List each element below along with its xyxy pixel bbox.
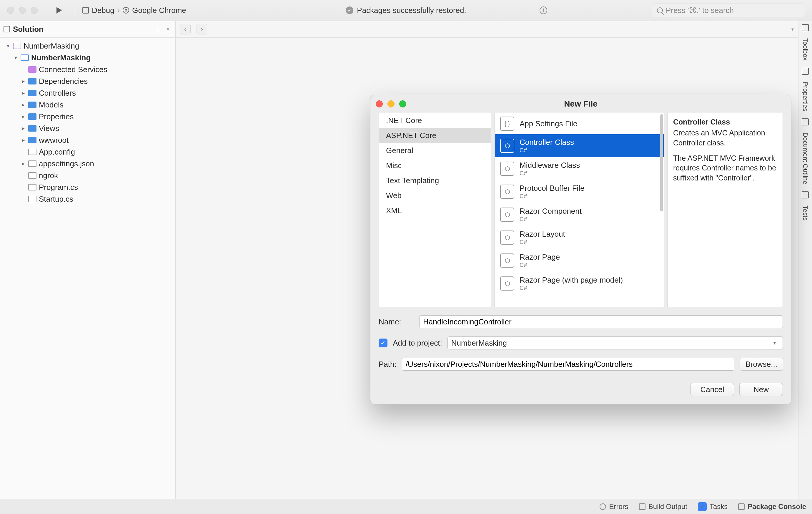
- right-rail: ToolboxPropertiesDocument OutlineTests: [798, 21, 812, 499]
- build-output-status[interactable]: Build Output: [639, 503, 687, 511]
- fold-icon: [28, 90, 36, 96]
- file-icon: [28, 196, 36, 202]
- search-icon: [657, 7, 663, 13]
- dialog-zoom-icon[interactable]: [399, 100, 406, 107]
- tree-item[interactable]: ▸wwwroot: [0, 134, 175, 146]
- template-name: App Settings File: [520, 119, 578, 128]
- template-list[interactable]: { }App Settings File⬡Controller ClassC#⬡…: [495, 113, 664, 307]
- sidebar-title: Solution: [13, 25, 151, 34]
- rail-icon: [802, 191, 809, 198]
- solution-icon: [3, 26, 10, 32]
- template-item[interactable]: ⬡Razor ComponentC#: [495, 203, 664, 226]
- tree-item[interactable]: ngrok: [0, 169, 175, 181]
- tasks-status[interactable]: ✓Tasks: [698, 502, 728, 511]
- rail-item[interactable]: Document Outline: [802, 131, 809, 186]
- category-list[interactable]: .NET CoreASP.NET CoreGeneralMiscText Tem…: [379, 113, 491, 307]
- project-select[interactable]: NumberMasking ▾: [447, 336, 783, 349]
- package-console-status[interactable]: Package Console: [738, 503, 806, 511]
- errors-status[interactable]: Errors: [600, 503, 628, 511]
- fold-icon: [28, 78, 36, 84]
- category-item[interactable]: Web: [379, 188, 491, 203]
- tree-item[interactable]: App.config: [0, 146, 175, 158]
- rail-item[interactable]: Properties: [802, 80, 809, 113]
- rail-item[interactable]: Toolbox: [802, 36, 809, 62]
- path-input[interactable]: [402, 358, 734, 371]
- template-item[interactable]: ⬡Razor PageC#: [495, 249, 664, 272]
- file-icon: [28, 184, 36, 190]
- tree-item[interactable]: ▸Controllers: [0, 87, 175, 99]
- category-item[interactable]: Misc: [379, 158, 491, 173]
- zoom-window-icon[interactable]: [31, 7, 38, 14]
- add-to-project-checkbox[interactable]: ✓: [379, 339, 387, 347]
- solution-tree[interactable]: ▾ NumberMasking ▾ NumberMasking Connecte…: [0, 38, 175, 207]
- template-name: Controller Class: [520, 138, 574, 147]
- description-p1: Creates an MVC Application Controller cl…: [673, 128, 777, 148]
- run-button-icon[interactable]: [57, 7, 62, 13]
- template-item[interactable]: { }App Settings File: [495, 113, 664, 134]
- rail-item[interactable]: Tests: [802, 204, 809, 222]
- config-debug-label: Debug: [92, 6, 114, 15]
- tree-item[interactable]: Startup.cs: [0, 193, 175, 205]
- tree-item[interactable]: Connected Services: [0, 63, 175, 75]
- tree-item[interactable]: Program.cs: [0, 181, 175, 193]
- browse-button[interactable]: Browse...: [740, 358, 783, 371]
- dialog-close-icon[interactable]: [376, 100, 383, 107]
- project-icon: [21, 54, 29, 61]
- chevron-right-icon: ›: [117, 6, 120, 15]
- scrollbar-thumb[interactable]: [660, 114, 663, 211]
- help-icon[interactable]: i: [540, 6, 547, 14]
- chevron-icon[interactable]: ▸: [21, 78, 26, 84]
- chevron-icon[interactable]: ▸: [21, 137, 26, 143]
- template-lang: C#: [520, 239, 565, 245]
- tree-item[interactable]: ▸appsettings.json: [0, 158, 175, 169]
- new-file-dialog: New File .NET CoreASP.NET CoreGeneralMis…: [370, 95, 791, 405]
- tree-item-label: Models: [39, 100, 63, 109]
- category-item[interactable]: XML: [379, 203, 491, 218]
- category-item[interactable]: .NET Core: [379, 113, 491, 128]
- chevron-down-icon[interactable]: ▾: [5, 43, 10, 49]
- run-configuration[interactable]: Debug › Google Chrome: [82, 6, 186, 15]
- chevron-icon[interactable]: ▸: [21, 125, 26, 132]
- file-icon: [28, 172, 36, 179]
- chevron-icon[interactable]: ▸: [21, 160, 26, 167]
- new-button[interactable]: New: [740, 383, 783, 396]
- template-item[interactable]: ⬡Razor Page (with page model)C#: [495, 272, 664, 295]
- dialog-minimize-icon[interactable]: [387, 100, 395, 107]
- chevron-icon[interactable]: ▸: [21, 113, 26, 120]
- category-item[interactable]: ASP.NET Core: [379, 128, 491, 143]
- template-item[interactable]: ⬡Middleware ClassC#: [495, 157, 664, 180]
- console-icon: [738, 504, 745, 510]
- category-item[interactable]: General: [379, 143, 491, 158]
- cancel-button[interactable]: Cancel: [691, 383, 734, 396]
- chevron-down-icon[interactable]: ▾: [13, 54, 18, 61]
- category-item[interactable]: Text Templating: [379, 173, 491, 188]
- status-text: Packages successfully restored.: [357, 6, 466, 15]
- dialog-title: New File: [564, 99, 598, 109]
- name-label: Name:: [379, 317, 414, 326]
- editor-area: ‹ › ▾ New File .NET CoreASP.NET CoreGene…: [176, 21, 798, 499]
- tree-item[interactable]: ▸Dependencies: [0, 75, 175, 87]
- pin-icon[interactable]: ⟂: [154, 25, 162, 33]
- tree-item-label: App.config: [39, 147, 75, 157]
- template-lang: C#: [520, 193, 585, 199]
- close-window-icon[interactable]: [7, 7, 14, 14]
- tree-item[interactable]: ▸Models: [0, 99, 175, 111]
- template-lang: C#: [520, 216, 582, 222]
- chevron-icon[interactable]: ▸: [21, 90, 26, 96]
- name-input[interactable]: [419, 315, 783, 328]
- template-item[interactable]: ⬡Razor LayoutC#: [495, 226, 664, 249]
- solution-node[interactable]: ▾ NumberMasking: [0, 40, 175, 52]
- template-item[interactable]: ⬡Controller ClassC#: [495, 134, 664, 157]
- template-item[interactable]: ⬡Protocol Buffer FileC#: [495, 180, 664, 203]
- global-search[interactable]: Press '⌘.' to search: [652, 3, 805, 17]
- tree-item[interactable]: ▸Properties: [0, 111, 175, 123]
- rail-icon: [802, 24, 809, 31]
- project-node[interactable]: ▾ NumberMasking: [0, 52, 175, 63]
- chevron-icon[interactable]: ▸: [21, 102, 26, 108]
- solution-folder-icon: [13, 43, 21, 49]
- tree-item[interactable]: ▸Views: [0, 123, 175, 134]
- tree-item-label: Program.cs: [39, 183, 78, 192]
- template-icon: ⬡: [500, 208, 514, 222]
- close-panel-icon[interactable]: ×: [165, 25, 172, 33]
- minimize-window-icon[interactable]: [19, 7, 26, 14]
